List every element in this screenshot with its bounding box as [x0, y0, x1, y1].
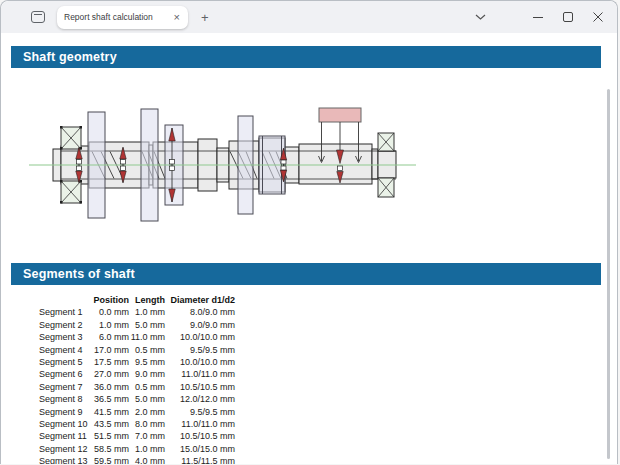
header-diameter: Diameter d1/d2 [165, 294, 235, 306]
segment-name: Segment 13 [23, 455, 91, 464]
close-button[interactable] [583, 2, 613, 32]
length-value: 11.0 mm [129, 331, 165, 343]
position-value: 41.5 mm [91, 406, 129, 418]
length-value: 5.0 mm [129, 393, 165, 405]
segment-name: Segment 8 [23, 393, 91, 405]
length-value: 7.0 mm [129, 430, 165, 442]
app-window: Report shaft calculation × + Shaft geome… [0, 0, 618, 464]
maximize-button[interactable] [553, 2, 583, 32]
header-position: Position [91, 294, 129, 306]
chevron-down-icon[interactable] [465, 2, 495, 32]
tab-overview-icon[interactable] [29, 8, 47, 26]
diameter-value: 8.0/9.0 mm [165, 306, 235, 318]
length-value: 1.0 mm [129, 306, 165, 318]
segment-name: Segment 7 [23, 381, 91, 393]
table-row: Segment 517.5 mm9.5 mm10.0/10.0 mm [23, 356, 235, 368]
tab-close-icon[interactable]: × [173, 12, 181, 23]
position-value: 51.5 mm [91, 430, 129, 442]
table-row: Segment 1151.5 mm7.0 mm10.5/10.5 mm [23, 430, 235, 442]
section-title: Segments of shaft [11, 267, 135, 281]
section-header-segments: Segments of shaft [11, 263, 601, 285]
table-row: Segment 836.5 mm5.0 mm12.0/12.0 mm [23, 393, 235, 405]
segment-name: Segment 5 [23, 356, 91, 368]
position-value: 36.0 mm [91, 381, 129, 393]
table-row: Segment 941.5 mm2.0 mm9.5/9.5 mm [23, 406, 235, 418]
table-row: Segment 36.0 mm11.0 mm10.0/10.0 mm [23, 331, 235, 343]
table-row: Segment 1359.5 mm4.0 mm11.5/11.5 mm [23, 455, 235, 464]
position-value: 43.5 mm [91, 418, 129, 430]
table-row: Segment 417.0 mm0.5 mm9.5/9.5 mm [23, 344, 235, 356]
length-value: 4.0 mm [129, 455, 165, 464]
segment-name: Segment 3 [23, 331, 91, 343]
titlebar: Report shaft calculation × + [1, 1, 617, 33]
length-value: 9.5 mm [129, 356, 165, 368]
length-value: 0.5 mm [129, 381, 165, 393]
segment-name: Segment 12 [23, 443, 91, 455]
segments-table: Position Length Diameter d1/d2 Segment 1… [23, 294, 235, 464]
tab-title: Report shaft calculation [64, 12, 173, 22]
diameter-value: 10.5/10.5 mm [165, 381, 235, 393]
diameter-value: 10.0/10.0 mm [165, 356, 235, 368]
segment-name: Segment 1 [23, 306, 91, 318]
table-row: Segment 21.0 mm5.0 mm9.0/9.0 mm [23, 319, 235, 331]
diameter-value: 9.5/9.5 mm [165, 344, 235, 356]
table-row: Segment 1258.5 mm1.0 mm15.0/15.0 mm [23, 443, 235, 455]
table-row: Segment 1043.5 mm8.0 mm11.0/11.0 mm [23, 418, 235, 430]
new-tab-button[interactable]: + [201, 11, 209, 24]
position-value: 1.0 mm [91, 319, 129, 331]
position-value: 58.5 mm [91, 443, 129, 455]
segment-name: Segment 10 [23, 418, 91, 430]
position-value: 6.0 mm [91, 331, 129, 343]
length-value: 0.5 mm [129, 344, 165, 356]
diameter-value: 10.0/10.0 mm [165, 331, 235, 343]
segment-name: Segment 4 [23, 344, 91, 356]
length-value: 2.0 mm [129, 406, 165, 418]
segment-name: Segment 6 [23, 368, 91, 380]
header-length: Length [129, 294, 165, 306]
segment-name: Segment 9 [23, 406, 91, 418]
diameter-value: 9.5/9.5 mm [165, 406, 235, 418]
diameter-value: 12.0/12.0 mm [165, 393, 235, 405]
length-value: 8.0 mm [129, 418, 165, 430]
diameter-value: 11.0/11.0 mm [165, 418, 235, 430]
length-value: 9.0 mm [129, 368, 165, 380]
diameter-value: 15.0/15.0 mm [165, 443, 235, 455]
table-header-row: Position Length Diameter d1/d2 [23, 294, 235, 306]
shaft-drawing [1, 76, 618, 251]
diameter-value: 9.0/9.0 mm [165, 319, 235, 331]
header-empty [23, 294, 91, 306]
segment-name: Segment 2 [23, 319, 91, 331]
position-value: 17.5 mm [91, 356, 129, 368]
table-row: Segment 10.0 mm1.0 mm8.0/9.0 mm [23, 306, 235, 318]
window-controls [465, 2, 617, 32]
position-value: 0.0 mm [91, 306, 129, 318]
position-value: 36.5 mm [91, 393, 129, 405]
table-row: Segment 736.0 mm0.5 mm10.5/10.5 mm [23, 381, 235, 393]
diameter-value: 10.5/10.5 mm [165, 430, 235, 442]
segment-name: Segment 11 [23, 430, 91, 442]
position-value: 27.0 mm [91, 368, 129, 380]
length-value: 5.0 mm [129, 319, 165, 331]
position-value: 17.0 mm [91, 344, 129, 356]
position-value: 59.5 mm [91, 455, 129, 464]
minimize-button[interactable] [523, 2, 553, 32]
section-header-shaft-geometry: Shaft geometry [11, 46, 601, 68]
table-row: Segment 627.0 mm9.0 mm11.0/11.0 mm [23, 368, 235, 380]
tab-report-shaft-calculation[interactable]: Report shaft calculation × [57, 6, 188, 29]
section-title: Shaft geometry [11, 50, 117, 64]
length-value: 1.0 mm [129, 443, 165, 455]
diameter-value: 11.5/11.5 mm [165, 455, 235, 464]
diameter-value: 11.0/11.0 mm [165, 368, 235, 380]
vertical-scrollbar[interactable] [607, 89, 610, 459]
